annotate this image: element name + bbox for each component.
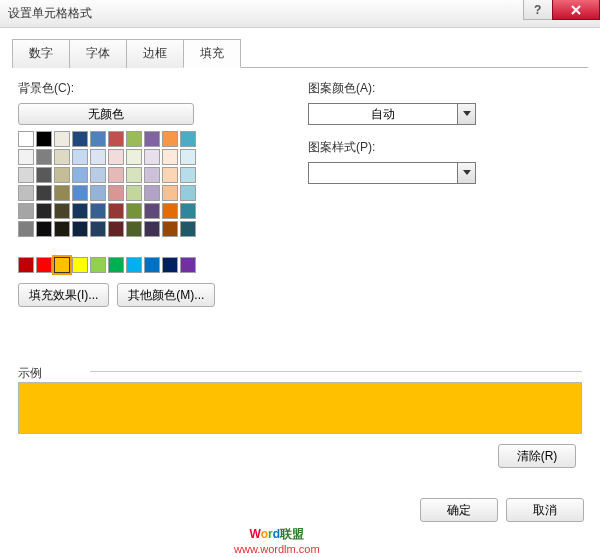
color-swatch[interactable]	[90, 167, 106, 183]
color-swatch[interactable]	[72, 257, 88, 273]
sample-box	[18, 382, 582, 434]
color-swatch[interactable]	[144, 221, 160, 237]
color-swatch[interactable]	[18, 203, 34, 219]
color-swatch[interactable]	[90, 185, 106, 201]
color-swatch[interactable]	[180, 149, 196, 165]
color-swatch[interactable]	[144, 257, 160, 273]
color-swatch[interactable]	[108, 149, 124, 165]
more-colors-button[interactable]: 其他颜色(M)...	[117, 283, 215, 307]
pattern-color-arrow[interactable]	[457, 104, 475, 124]
color-swatch[interactable]	[36, 185, 52, 201]
color-swatch[interactable]	[108, 131, 124, 147]
color-swatch[interactable]	[126, 221, 142, 237]
tab-font[interactable]: 字体	[69, 39, 127, 68]
color-swatch[interactable]	[180, 131, 196, 147]
color-swatch[interactable]	[36, 131, 52, 147]
color-swatch[interactable]	[144, 131, 160, 147]
color-swatch[interactable]	[126, 257, 142, 273]
color-swatch[interactable]	[54, 131, 70, 147]
chevron-down-icon	[463, 111, 471, 117]
help-icon: ?	[533, 5, 543, 15]
color-swatch[interactable]	[126, 131, 142, 147]
color-swatch[interactable]	[90, 149, 106, 165]
sample-area: 示例	[18, 365, 582, 434]
tab-border[interactable]: 边框	[126, 39, 184, 68]
color-swatch[interactable]	[162, 257, 178, 273]
color-swatch[interactable]	[36, 203, 52, 219]
pattern-style-value	[309, 163, 457, 183]
color-palette	[18, 131, 268, 273]
color-swatch[interactable]	[162, 131, 178, 147]
tab-number[interactable]: 数字	[12, 39, 70, 68]
pattern-style-arrow[interactable]	[457, 163, 475, 183]
color-swatch[interactable]	[36, 221, 52, 237]
color-swatch[interactable]	[108, 221, 124, 237]
color-swatch[interactable]	[36, 257, 52, 273]
color-swatch[interactable]	[54, 185, 70, 201]
pattern-style-label: 图案样式(P):	[308, 139, 582, 156]
color-swatch[interactable]	[144, 203, 160, 219]
color-swatch[interactable]	[144, 167, 160, 183]
color-swatch[interactable]	[72, 185, 88, 201]
sample-label: 示例	[18, 365, 42, 382]
cancel-button[interactable]: 取消	[506, 498, 584, 522]
color-swatch[interactable]	[36, 149, 52, 165]
help-button[interactable]: ?	[523, 0, 553, 20]
color-swatch[interactable]	[54, 203, 70, 219]
color-swatch[interactable]	[72, 167, 88, 183]
color-swatch[interactable]	[126, 149, 142, 165]
color-swatch[interactable]	[126, 185, 142, 201]
color-swatch[interactable]	[126, 203, 142, 219]
chevron-down-icon	[463, 170, 471, 176]
color-swatch[interactable]	[54, 221, 70, 237]
color-swatch[interactable]	[108, 185, 124, 201]
fill-effects-button[interactable]: 填充效果(I)...	[18, 283, 109, 307]
color-swatch[interactable]	[90, 257, 106, 273]
clear-button[interactable]: 清除(R)	[498, 444, 576, 468]
color-swatch[interactable]	[90, 203, 106, 219]
color-swatch[interactable]	[54, 167, 70, 183]
color-swatch[interactable]	[162, 203, 178, 219]
color-swatch[interactable]	[72, 149, 88, 165]
color-swatch[interactable]	[180, 203, 196, 219]
color-swatch[interactable]	[18, 149, 34, 165]
ok-button[interactable]: 确定	[420, 498, 498, 522]
color-swatch[interactable]	[180, 221, 196, 237]
color-swatch[interactable]	[180, 257, 196, 273]
color-swatch[interactable]	[18, 131, 34, 147]
sample-rule	[90, 371, 582, 372]
color-swatch[interactable]	[180, 185, 196, 201]
color-swatch[interactable]	[90, 131, 106, 147]
window-title: 设置单元格格式	[8, 5, 92, 22]
tab-fill[interactable]: 填充	[183, 39, 241, 68]
color-swatch[interactable]	[90, 221, 106, 237]
window-buttons: ?	[524, 0, 600, 20]
color-swatch[interactable]	[162, 149, 178, 165]
bg-color-label: 背景色(C):	[18, 80, 268, 97]
color-swatch[interactable]	[18, 221, 34, 237]
color-swatch[interactable]	[18, 257, 34, 273]
color-swatch[interactable]	[72, 131, 88, 147]
pattern-style-combo[interactable]	[308, 162, 476, 184]
pattern-color-combo[interactable]: 自动	[308, 103, 476, 125]
color-swatch[interactable]	[144, 149, 160, 165]
color-swatch[interactable]	[126, 167, 142, 183]
color-swatch[interactable]	[108, 257, 124, 273]
color-swatch[interactable]	[108, 203, 124, 219]
color-swatch[interactable]	[36, 167, 52, 183]
color-swatch[interactable]	[54, 149, 70, 165]
color-swatch[interactable]	[162, 221, 178, 237]
color-swatch[interactable]	[72, 221, 88, 237]
color-swatch[interactable]	[54, 257, 70, 273]
no-color-button[interactable]: 无颜色	[18, 103, 194, 125]
color-swatch[interactable]	[180, 167, 196, 183]
color-swatch[interactable]	[144, 185, 160, 201]
color-swatch[interactable]	[162, 185, 178, 201]
color-swatch[interactable]	[162, 167, 178, 183]
color-swatch[interactable]	[108, 167, 124, 183]
close-button[interactable]	[552, 0, 600, 20]
color-swatch[interactable]	[18, 167, 34, 183]
color-swatch[interactable]	[72, 203, 88, 219]
color-swatch[interactable]	[18, 185, 34, 201]
titlebar: 设置单元格格式 ?	[0, 0, 600, 28]
